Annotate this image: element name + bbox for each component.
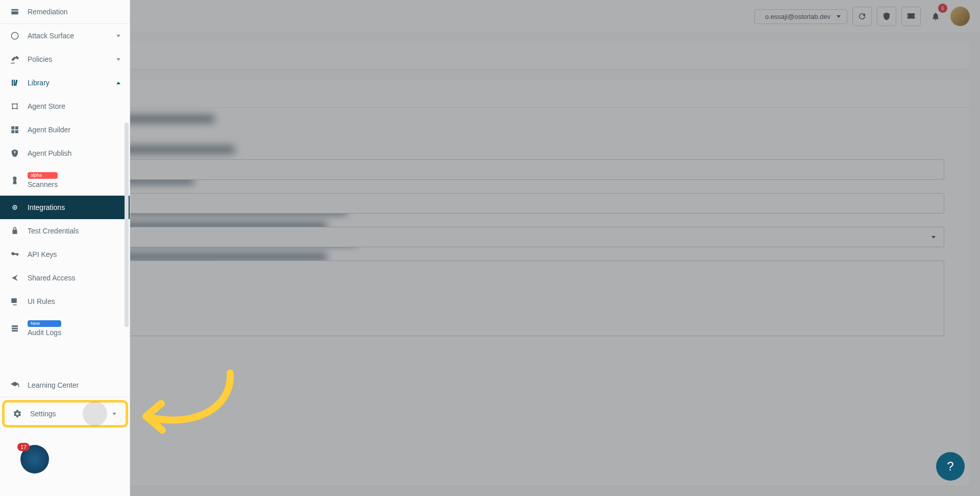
- globe-icon: [9, 31, 20, 40]
- svg-point-0: [12, 103, 13, 105]
- sidebar-item-remediation[interactable]: Remediation: [0, 0, 130, 23]
- help-label: ?: [947, 459, 953, 474]
- gear-icon: [12, 409, 23, 418]
- sidebar-item-label: Attack Surface: [28, 32, 74, 40]
- sidebar-item-library[interactable]: Library: [0, 71, 130, 95]
- sidebar-item-label: Audit Logs: [28, 328, 61, 337]
- sidebar-item-label: Settings: [30, 410, 56, 418]
- sidebar-item-integrations[interactable]: Integrations: [0, 196, 130, 219]
- sidebar-item-shared-access[interactable]: Shared Access: [0, 266, 130, 290]
- sidebar-item-learning-center[interactable]: Learning Center: [0, 373, 130, 397]
- caret-down-icon: [116, 35, 120, 37]
- sidebar-item-test-credentials[interactable]: Test Credentials: [0, 219, 130, 243]
- sidebar-item-label: Agent Publish: [28, 149, 71, 157]
- scrollbar-thumb[interactable]: [125, 123, 129, 327]
- key-icon: [9, 250, 20, 259]
- rules-icon: [9, 297, 20, 306]
- integrations-icon: [9, 203, 20, 212]
- svg-point-4: [14, 207, 16, 208]
- sidebar-item-agent-builder[interactable]: Agent Builder: [0, 118, 130, 141]
- sidebar-item-ui-rules[interactable]: UI Rules: [0, 290, 130, 313]
- sidebar-item-label: Agent Builder: [28, 126, 70, 134]
- lock-icon: [9, 226, 20, 235]
- sidebar-item-agent-publish[interactable]: Agent Publish: [0, 141, 130, 165]
- svg-point-3: [16, 108, 18, 109]
- sidebar-item-label: Scanners: [28, 180, 58, 188]
- builder-icon: [9, 125, 20, 134]
- sidebar-item-policies[interactable]: Policies: [0, 48, 130, 71]
- sidebar-item-label: Library: [28, 79, 50, 87]
- modal-overlay: [0, 0, 980, 496]
- recorder-count: 17: [17, 443, 30, 451]
- sidebar-item-label: Agent Store: [28, 102, 65, 110]
- library-icon: [9, 78, 20, 87]
- caret-up-icon: [116, 82, 120, 84]
- gavel-icon: [9, 55, 20, 64]
- sidebar-item-label: Policies: [28, 55, 52, 63]
- ripple-effect: [83, 401, 107, 426]
- svg-point-2: [12, 108, 13, 109]
- sidebar-item-label: Test Credentials: [28, 227, 79, 235]
- remediation-icon: [9, 7, 20, 16]
- sidebar-item-label: Integrations: [28, 203, 65, 211]
- publish-icon: [9, 149, 20, 158]
- sidebar-item-label: Learning Center: [28, 381, 79, 389]
- caret-down-icon: [112, 413, 116, 415]
- share-icon: [9, 273, 20, 282]
- sidebar-item-agent-store[interactable]: Agent Store: [0, 95, 130, 118]
- sidebar-item-label: Shared Access: [28, 274, 75, 282]
- sidebar-item-api-keys[interactable]: API Keys: [0, 243, 130, 266]
- caret-down-icon: [116, 58, 120, 61]
- highlight-settings: Settings: [2, 400, 128, 428]
- sidebar-item-settings[interactable]: Settings: [5, 403, 126, 425]
- help-fab[interactable]: ?: [936, 452, 965, 481]
- graduation-icon: [9, 381, 20, 390]
- sidebar-item-label: UI Rules: [28, 297, 55, 305]
- alpha-badge: alpha: [28, 172, 58, 179]
- sidebar-item-label: API Keys: [28, 250, 57, 258]
- svg-point-1: [16, 103, 18, 105]
- sidebar-item-scanners[interactable]: alpha Scanners: [0, 165, 130, 196]
- new-badge: New: [28, 320, 61, 327]
- sidebar-item-audit-logs[interactable]: New Audit Logs: [0, 313, 130, 344]
- sidebar-item-label: Remediation: [28, 8, 68, 16]
- scanner-icon: [9, 176, 20, 185]
- store-icon: [9, 102, 20, 111]
- audit-icon: [9, 324, 20, 333]
- sidebar-item-attack-surface[interactable]: Attack Surface: [0, 24, 130, 48]
- session-recorder[interactable]: 17: [20, 445, 49, 474]
